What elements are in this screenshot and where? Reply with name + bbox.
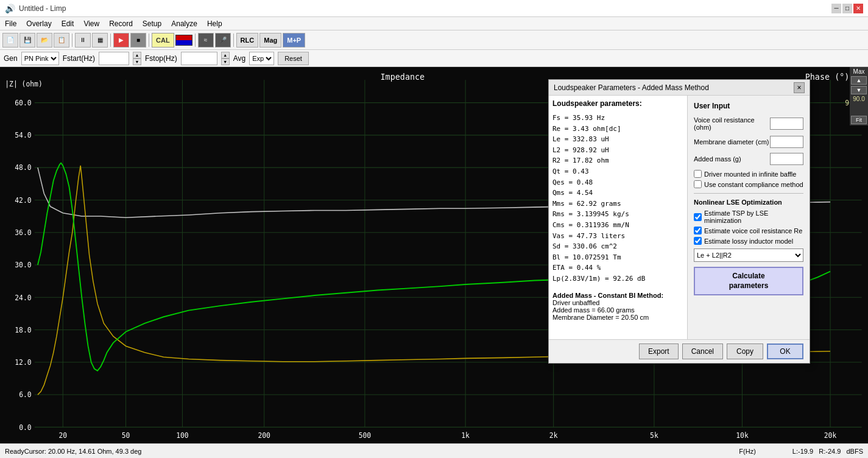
fstart-input[interactable]: 20: [99, 52, 129, 65]
added-mass-title: Added Mass - Constant Bl Method:: [552, 292, 683, 299]
stop-button[interactable]: ■: [130, 33, 146, 48]
infinite-baffle-label: Driver mounted in infinite baffle: [704, 171, 796, 178]
record-button[interactable]: ▶: [113, 33, 129, 48]
lse-label: Estimate TSP by LSE minimization: [704, 210, 803, 224]
infinite-baffle-row: Driver mounted in infinite baffle: [694, 170, 803, 178]
lossy-inductor-checkbox[interactable]: [694, 237, 702, 245]
params-title: Loudspeaker parameters:: [552, 99, 683, 108]
fstart-down[interactable]: ▼: [133, 58, 141, 65]
membrane-row: Membrane diameter (cm) 20.5: [694, 136, 803, 148]
menu-analyze[interactable]: Analyze: [166, 18, 202, 29]
added-mass-line: Added mass = 66.00 grams: [552, 306, 683, 314]
infinite-baffle-checkbox[interactable]: [694, 170, 702, 178]
param-line: Fs = 35.93 Hz: [552, 113, 683, 124]
cursor-info: Cursor: 20.00 Hz, 14.61 Ohm, 49.3 deg: [24, 448, 142, 455]
param-line: Qms = 4.54: [552, 188, 683, 199]
menu-file[interactable]: File: [0, 18, 21, 29]
membrane-diameter-label: Membrane diameter (cm): [694, 138, 770, 146]
maximize-button[interactable]: □: [842, 4, 852, 13]
separator1: [72, 33, 72, 47]
lossy-inductor-row: Estimate lossy inductor model: [694, 237, 803, 245]
calculate-button[interactable]: Calculateparameters: [694, 267, 803, 295]
minimize-button[interactable]: ─: [831, 4, 841, 13]
menu-edit[interactable]: Edit: [57, 18, 79, 29]
param-line: ETA = 0.44 %: [552, 262, 683, 273]
grid-button[interactable]: ▦: [92, 33, 108, 48]
membrane-diameter-input[interactable]: 20.5: [770, 136, 803, 148]
lossy-inductor-label: Estimate lossy inductor model: [704, 238, 793, 245]
avg-label: Avg: [233, 54, 245, 63]
gen-select[interactable]: PN Pink Sine White: [21, 52, 59, 65]
new-button[interactable]: 📄: [2, 33, 18, 48]
ok-button[interactable]: OK: [767, 344, 803, 359]
app-title: Untitled - Limp: [19, 4, 66, 13]
param-line: Qt = 0.43: [552, 166, 683, 177]
fstop-input[interactable]: 20000: [181, 52, 217, 65]
title-bar-controls: ─ □ ✕: [831, 4, 863, 13]
cal-button[interactable]: CAL: [152, 33, 174, 48]
copy-button[interactable]: Copy: [727, 344, 763, 359]
save-button[interactable]: 💾: [19, 33, 35, 48]
divider: [694, 193, 803, 194]
clip-button[interactable]: 📋: [54, 33, 69, 48]
param-line: Sd = 330.06 cm^2: [552, 241, 683, 252]
wave-button[interactable]: ≈: [198, 33, 214, 48]
menu-record[interactable]: Record: [104, 18, 138, 29]
flag-button[interactable]: [175, 35, 192, 46]
dialog-titlebar: Loudspeaker Parameters - Added Mass Meth…: [549, 80, 810, 96]
open-button[interactable]: 📂: [37, 33, 52, 48]
chart-area: 60.0 54.0 48.0 42.0 36.0 30.0 24.0 18.0 …: [0, 67, 868, 443]
menu-help[interactable]: Help: [202, 18, 227, 29]
separator4: [195, 33, 196, 47]
menu-view[interactable]: View: [79, 18, 104, 29]
title-bar: 🔊 Untitled - Limp ─ □ ✕: [0, 0, 868, 17]
params-list: Fs = 35.93 HzRe = 3.43 ohm[dc]Le = 332.8…: [552, 113, 683, 284]
re-estimate-row: Estimate voice coil resistance Re: [694, 227, 803, 234]
fstop-spinner: ▲ ▼: [221, 52, 230, 65]
membrane-diameter: Membrane Diameter = 20.50 cm: [552, 314, 683, 321]
user-input-title: User Input: [694, 102, 803, 110]
fstop-down[interactable]: ▼: [221, 58, 230, 65]
param-line: Cms = 0.311936 mm/N: [552, 220, 683, 231]
fstop-label: Fstop(Hz): [145, 54, 177, 63]
voice-coil-input[interactable]: 3.5: [770, 118, 803, 130]
close-button[interactable]: ✕: [853, 4, 863, 13]
constant-compliance-checkbox[interactable]: [694, 180, 702, 188]
param-line: Rms = 3.139945 kg/s: [552, 209, 683, 220]
rlc-button[interactable]: RLC: [236, 33, 259, 48]
param-line: Bl = 10.072591 Tm: [552, 252, 683, 263]
fstop-up[interactable]: ▲: [221, 52, 230, 58]
toolbar: 📄 💾 📂 📋 ⏸ ▦ ▶ ■ CAL ≈ 🎤 RLC Mag M+P: [0, 30, 868, 50]
status-bar: Ready Cursor: 20.00 Hz, 14.61 Ohm, 49.3 …: [0, 443, 868, 458]
menu-overlay[interactable]: Overlay: [21, 18, 56, 29]
mic-button[interactable]: 🎤: [215, 33, 231, 48]
cancel-button[interactable]: Cancel: [682, 344, 723, 359]
fstart-label: Fstart(Hz): [63, 54, 95, 63]
param-line: Lp(2.83V/1m) = 92.26 dB: [552, 273, 683, 284]
added-mass-input[interactable]: 66: [770, 153, 803, 165]
level-unit: dBFS: [846, 448, 863, 455]
gen-label: Gen: [4, 54, 18, 63]
fstart-up[interactable]: ▲: [133, 52, 141, 58]
constant-compliance-label: Use constant compliance method: [704, 181, 803, 188]
voice-coil-row: Voice coil resistance (ohm) 3.5: [694, 116, 803, 131]
lse-checkbox[interactable]: [694, 213, 702, 221]
separator3: [149, 33, 149, 47]
mag-button[interactable]: Mag: [259, 33, 281, 48]
menu-setup[interactable]: Setup: [138, 18, 166, 29]
reset-button[interactable]: Reset: [278, 52, 309, 65]
driver-unbaffled: Driver unbaffled: [552, 299, 683, 306]
pause-button[interactable]: ⏸: [75, 33, 91, 48]
dialog-close-button[interactable]: ×: [794, 82, 805, 93]
nonlinear-title: Nonlinear LSE Optimization: [694, 199, 803, 206]
model-dropdown[interactable]: Le + L2||R2 Le only Le + R2 Le + L2: [694, 248, 803, 262]
separator2: [110, 33, 111, 47]
fstart-spinner: ▲ ▼: [133, 52, 141, 65]
level-left: L:-19.9: [792, 448, 813, 455]
avg-select[interactable]: Exp Lin: [249, 52, 274, 65]
export-button[interactable]: Export: [639, 344, 679, 359]
re-estimate-checkbox[interactable]: [694, 227, 702, 234]
param-line: L2 = 928.92 uH: [552, 145, 683, 156]
re-estimate-label: Estimate voice coil resistance Re: [704, 227, 802, 234]
mp-button[interactable]: M+P: [283, 33, 305, 48]
